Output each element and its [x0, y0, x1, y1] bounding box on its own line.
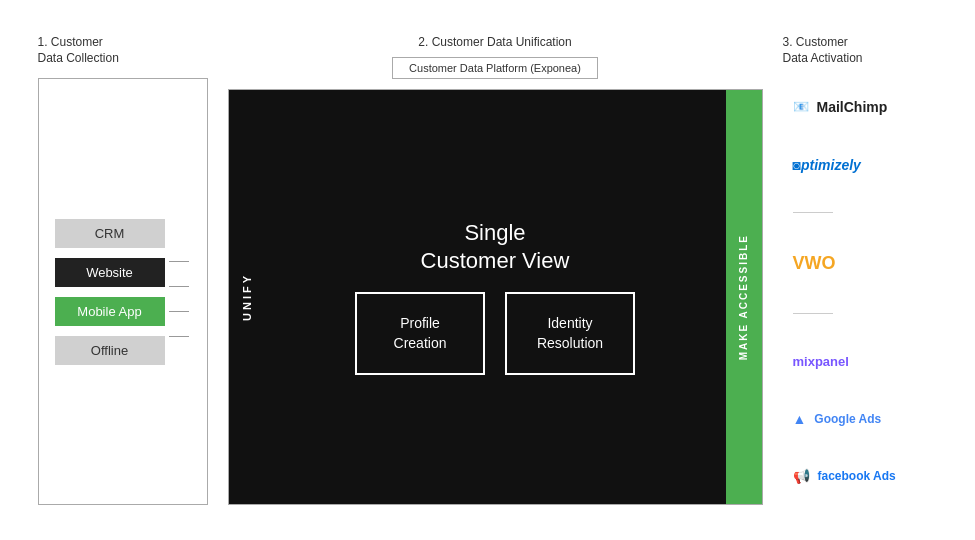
optimizely-logo: ◙ptimizely: [793, 157, 861, 173]
make-accessible-label: MAKE ACCESSIBLE: [738, 234, 749, 360]
brand-mailchimp: 📧 MailChimp: [793, 95, 938, 119]
connector-lines: [165, 89, 189, 494]
line-crm: [169, 261, 189, 262]
profile-creation-box: ProfileCreation: [355, 292, 485, 375]
source-website: Website: [55, 258, 165, 287]
divider-1: [793, 212, 833, 213]
brand-google-ads: ▲ Google Ads: [793, 407, 938, 431]
brand-mixpanel: mixpanel: [793, 350, 938, 373]
scv-title: SingleCustomer View: [421, 219, 570, 276]
source-mobile-app: Mobile App: [55, 297, 165, 326]
data-sources-list: CRM Website Mobile App Offline: [55, 89, 165, 494]
divider-2: [793, 313, 833, 314]
brand-optimizely: ◙ptimizely: [793, 153, 938, 177]
section3-customer-data-activation: 3. CustomerData Activation 📧 MailChimp ◙…: [773, 35, 948, 505]
line-website: [169, 286, 189, 287]
cdp-label: Customer Data Platform (Exponea): [392, 57, 598, 79]
make-accessible-bar: MAKE ACCESSIBLE: [726, 90, 762, 504]
brand-facebook-ads: 📢 facebook Ads: [793, 464, 938, 488]
line-mobile: [169, 311, 189, 312]
mailchimp-logo: MailChimp: [817, 99, 888, 115]
section1-title: 1. CustomerData Collection: [38, 35, 208, 66]
source-offline: Offline: [55, 336, 165, 365]
section2-content-box: UNIFY SingleCustomer View ProfileCreatio…: [228, 89, 763, 505]
section2-title: 2. Customer Data Unification: [228, 35, 763, 49]
single-customer-view-area: SingleCustomer View ProfileCreation Iden…: [265, 90, 726, 504]
line-offline: [169, 336, 189, 337]
source-crm: CRM: [55, 219, 165, 248]
mixpanel-logo: mixpanel: [793, 354, 849, 369]
section3-title: 3. CustomerData Activation: [783, 35, 938, 66]
section2-customer-data-unification: 2. Customer Data Unification Customer Da…: [218, 35, 773, 505]
google-ads-logo: Google Ads: [814, 412, 881, 426]
unify-bar: UNIFY: [229, 90, 265, 504]
activation-brands-list: 📧 MailChimp ◙ptimizely VWO mixpanel ▲ Go…: [783, 78, 938, 505]
brand-vwo: VWO: [793, 249, 938, 278]
facebook-ads-logo: facebook Ads: [818, 469, 896, 483]
identity-resolution-box: IdentityResolution: [505, 292, 635, 375]
scv-feature-boxes: ProfileCreation IdentityResolution: [355, 292, 635, 375]
diagram: 1. CustomerData Collection CRM Website M…: [18, 15, 958, 525]
section1-content-box: CRM Website Mobile App Offline: [38, 78, 208, 505]
unify-label: UNIFY: [241, 273, 253, 321]
vwo-logo: VWO: [793, 253, 836, 274]
section1-customer-data-collection: 1. CustomerData Collection CRM Website M…: [28, 35, 218, 505]
